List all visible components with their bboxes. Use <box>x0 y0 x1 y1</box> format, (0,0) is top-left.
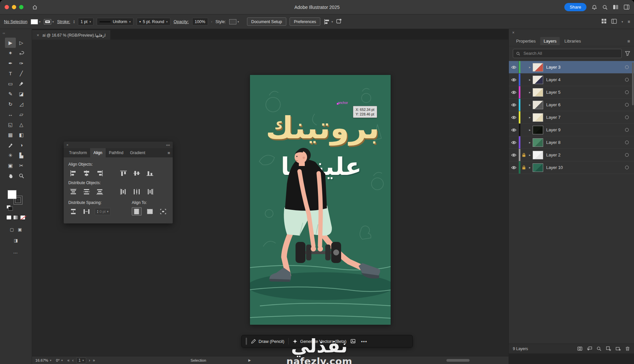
hand-tool[interactable] <box>5 171 16 181</box>
horizontal-align-right-button[interactable] <box>95 169 105 177</box>
zoom-tool[interactable] <box>16 171 27 181</box>
tab-align[interactable]: Align <box>90 148 106 157</box>
layer-name[interactable]: Layer 3 <box>546 65 625 70</box>
new-layer-icon[interactable] <box>616 346 621 351</box>
align-to-key-object-button[interactable] <box>145 207 155 215</box>
shape-builder-tool[interactable]: ◱ <box>5 119 16 130</box>
layer-row[interactable]: ▸Layer 8 <box>509 136 634 149</box>
vertical-distribute-top-button[interactable] <box>68 187 78 196</box>
new-artboard-icon[interactable] <box>606 346 611 351</box>
layer-row[interactable]: ▸Layer 6 <box>509 99 634 111</box>
expand-chevron-icon[interactable]: ▸ <box>527 166 533 169</box>
pencil-tool[interactable]: ✎ <box>5 89 16 99</box>
width-profile-dropdown[interactable]: Uniform▾ <box>97 18 133 25</box>
horizontal-scrollbar-thumb[interactable] <box>446 359 470 362</box>
rotation-dropdown[interactable]: 0°▾ <box>56 358 63 362</box>
generate-vectors-button[interactable]: Generate Vectors (Beta) <box>293 339 346 344</box>
stroke-label[interactable]: Stroke: <box>57 19 70 24</box>
panel-options-icon[interactable]: ≡ <box>167 148 170 157</box>
opacity-options-chevron[interactable]: › <box>211 20 212 23</box>
slice-tool[interactable]: ✂ <box>16 160 27 171</box>
visibility-eye-icon[interactable] <box>509 111 519 123</box>
share-document-icon[interactable] <box>336 18 342 25</box>
horizontal-distribute-left-button[interactable] <box>119 187 128 196</box>
new-sublayer-icon[interactable] <box>587 346 592 351</box>
workspace-panel-icon[interactable] <box>624 5 629 10</box>
color-button[interactable] <box>6 215 12 220</box>
layer-name[interactable]: Layer 6 <box>546 102 625 107</box>
paintbrush-tool[interactable] <box>16 79 27 89</box>
close-dock-icon[interactable]: × <box>512 30 514 35</box>
selection-status-label[interactable]: No Selection <box>4 19 27 24</box>
image-trace-icon[interactable] <box>350 339 356 344</box>
document-tab[interactable]: × ai @ 16.67 % (RGB/Preview).ازهليها <box>32 30 110 40</box>
artboard-tool[interactable]: ▣ <box>5 160 16 171</box>
layer-row[interactable]: ▸Layer 4 <box>509 74 634 86</box>
target-circle-icon[interactable] <box>625 78 629 82</box>
artboard-number-dropdown[interactable]: 1▾ <box>76 357 86 363</box>
blend-tool[interactable]: ◑ <box>16 140 27 150</box>
target-circle-icon[interactable] <box>625 103 629 107</box>
align-to-selection-button[interactable] <box>132 207 142 215</box>
tab-pathfinder[interactable]: Pathfind <box>106 148 127 157</box>
collapse-tools-icon[interactable]: ‹‹ <box>0 31 32 35</box>
target-circle-icon[interactable] <box>625 90 629 94</box>
column-graph-tool[interactable]: ▙ <box>16 150 27 160</box>
first-artboard-icon[interactable]: « <box>67 358 70 363</box>
expand-chevron-icon[interactable]: ▸ <box>527 128 533 132</box>
expand-chevron-icon[interactable]: ▸ <box>527 65 533 69</box>
target-circle-icon[interactable] <box>625 116 629 119</box>
close-window-button[interactable] <box>5 5 9 9</box>
fill-color-swatch[interactable]: ▾ <box>31 19 41 24</box>
align-to-artboard-button[interactable] <box>158 207 168 215</box>
perspective-grid-tool[interactable]: △ <box>16 119 27 130</box>
tab-properties[interactable]: Properties <box>513 37 539 45</box>
lock-icon[interactable] <box>520 165 527 170</box>
lock-icon[interactable] <box>520 153 527 157</box>
horizontal-align-center-button[interactable] <box>82 169 91 177</box>
last-artboard-icon[interactable]: » <box>93 358 95 363</box>
zoom-level-dropdown[interactable]: 16.67%▾ <box>35 358 52 362</box>
rectangle-tool[interactable]: ▭ <box>5 79 16 89</box>
eyedropper-tool[interactable] <box>5 140 16 150</box>
layer-row[interactable]: ▸Layer 9 <box>509 124 634 136</box>
vertical-distribute-space-button[interactable] <box>68 207 78 215</box>
mesh-tool[interactable]: ▦ <box>5 130 16 140</box>
expand-chevron-icon[interactable]: ▸ <box>527 153 533 157</box>
workspace-switcher-icon[interactable] <box>611 19 617 25</box>
target-circle-icon[interactable] <box>625 166 629 169</box>
minimize-window-button[interactable] <box>12 5 16 9</box>
rotate-tool[interactable]: ↻ <box>5 99 16 109</box>
expand-chevron-icon[interactable]: ▸ <box>527 116 533 119</box>
stroke-weight-field[interactable]: 1 pt▾ <box>78 18 93 25</box>
distribute-spacing-value-field[interactable]: ▴▾0 pt▾ <box>95 208 111 215</box>
pen-tool[interactable]: ✒ <box>5 58 16 68</box>
expand-chevron-icon[interactable]: ▸ <box>527 78 533 82</box>
align-panel[interactable]: × «« Transform Align Pathfind Gradient ≡… <box>64 142 173 223</box>
draw-pencil-button[interactable]: Draw (Pencil) <box>251 339 284 344</box>
notifications-bell-icon[interactable] <box>592 5 597 10</box>
horizontal-distribute-space-button[interactable] <box>82 207 91 215</box>
horizontal-align-left-button[interactable] <box>68 169 78 177</box>
tab-libraries[interactable]: Libraries <box>561 37 584 45</box>
brush-definition-dropdown[interactable]: ●5 pt. Round▾ <box>137 18 170 25</box>
visibility-eye-icon[interactable] <box>509 61 519 73</box>
layers-search-box[interactable] <box>513 49 622 58</box>
magic-wand-tool[interactable]: ✶ <box>5 48 16 58</box>
direct-selection-tool[interactable]: ▷ <box>16 38 27 48</box>
layer-row[interactable]: ▸Layer 3 <box>509 61 634 74</box>
layer-row[interactable]: ▸Layer 5 <box>509 86 634 99</box>
layers-search-input[interactable] <box>523 51 618 56</box>
vertical-align-bottom-button[interactable] <box>145 169 155 177</box>
draw-behind-icon[interactable]: ▣ <box>18 227 22 232</box>
horizontal-distribute-center-button[interactable] <box>132 187 142 196</box>
visibility-eye-icon[interactable] <box>509 74 519 86</box>
layer-name[interactable]: Layer 2 <box>546 152 625 157</box>
status-advance-icon[interactable]: ▶ <box>248 358 251 362</box>
app-grid-icon[interactable] <box>601 18 607 25</box>
expand-chevron-icon[interactable]: ▸ <box>527 141 533 144</box>
layer-row[interactable]: ▸Layer 10 <box>509 161 634 174</box>
share-button[interactable]: Share <box>564 3 586 11</box>
layers-panel-menu-icon[interactable]: ≡ <box>627 39 630 44</box>
zoom-window-button[interactable] <box>19 5 23 9</box>
